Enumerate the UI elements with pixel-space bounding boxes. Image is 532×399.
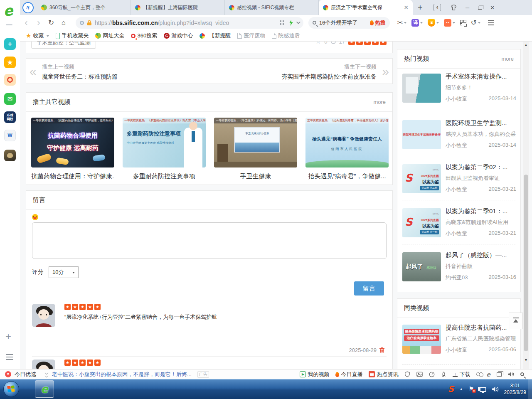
bookmark-game-center[interactable]: G游戏中心 — [164, 32, 193, 39]
snapshot-icon[interactable] — [416, 372, 423, 377]
action-center-flag-icon[interactable]: ✕ — [468, 385, 474, 393]
live-button[interactable]: 今日直播 — [335, 371, 362, 378]
video-thumbnail[interactable]: 一等奖获奖视频：《抗菌药物合理使用：守护健康，远离耐药》程韵凡 抗菌药物合理使用… — [31, 118, 114, 167]
scroll-down-button[interactable] — [523, 357, 529, 363]
add-app-button[interactable]: + — [5, 331, 11, 342]
next-video-link[interactable]: 播主下一视频 夯实围手术期感染防控-术前皮肤准备 — [281, 63, 377, 81]
page-scrollbar[interactable] — [523, 42, 529, 369]
more-link[interactable]: more — [501, 56, 514, 62]
nav-plane-button[interactable] — [22, 2, 34, 13]
video-item[interactable]: 一等奖获奖视频：《抗菌药物合理使用：守护健康，远离耐药》程韵凡 抗菌药物合理使用… — [31, 118, 114, 180]
refresh-button[interactable] — [45, 18, 57, 27]
bookmark-yuangan[interactable]: 院感通后 — [272, 32, 300, 39]
hot-video-item[interactable]: 手术室终末消毒操作... 细节多多！ 小小牧童2025-03-14 — [402, 73, 516, 111]
link-icon[interactable] — [476, 372, 480, 376]
avatar[interactable] — [32, 360, 55, 369]
sound-icon[interactable] — [508, 372, 514, 377]
sidebar-collapse-handle[interactable] — [6, 24, 12, 25]
author[interactable]: 约书亚03 — [446, 274, 468, 281]
sogou-input-icon[interactable]: S — [448, 384, 454, 394]
hot-video-item[interactable]: 起风了 感控版 起风了（感控版）—... 抖音神曲版 约书亚032025-03-… — [402, 251, 516, 290]
app-list-button[interactable] — [6, 354, 13, 355]
video-thumbnail[interactable]: 一等奖获奖视频：《多重耐药防控注意事项》孙久荣（中山大学附属第七医院感染性疾病科… — [123, 118, 206, 167]
favorites-app-icon[interactable]: ★ — [4, 57, 16, 68]
video-thumbnail[interactable]: 医院环境卫生学监测采样操作 — [402, 120, 441, 149]
bookmark-phone-favorites[interactable]: 手机收藏夹 — [56, 32, 89, 39]
search-box[interactable]: 16个外甥开学了 热搜 — [308, 17, 390, 29]
hot-video-item[interactable]: S SIFIC 2025系列直播 以案为鉴 第二季 第一期 以案为鉴第二季01：… — [402, 207, 516, 246]
author[interactable]: 小小牧童 — [446, 346, 467, 354]
network-icon[interactable] — [480, 387, 486, 392]
author[interactable]: 小小牧童 — [446, 95, 467, 103]
wallet-tool[interactable]: ¥ — [428, 19, 439, 27]
apps-grid-icon[interactable] — [460, 20, 466, 25]
video-caption[interactable]: 抬头遇见“病毒君”，争做健... — [305, 172, 389, 180]
video-thumbnail[interactable]: S SIFIC 2025系列直播 以案为鉴 第二季 第二期 — [402, 164, 441, 193]
hot-search-label[interactable]: 热搜 — [375, 19, 386, 27]
video-tag-chip[interactable]: 手术室防控：空气监测 — [31, 42, 96, 49]
featured-label[interactable]: 今日优选 — [15, 371, 36, 378]
back-to-top-button[interactable] — [509, 313, 523, 329]
address-bar[interactable]: https://bbs.sific.com.cn/plugin.php?id=x… — [76, 17, 303, 29]
safety-shield-icon[interactable] — [404, 371, 410, 377]
start-button[interactable] — [3, 381, 19, 397]
show-desktop-button[interactable] — [528, 379, 532, 399]
game-app-icon[interactable] — [4, 150, 16, 161]
volume-icon[interactable] — [492, 386, 499, 392]
download-button[interactable]: 下载 — [453, 371, 470, 378]
more-link[interactable]: more — [373, 99, 386, 105]
submit-comment-button[interactable]: 留言 — [354, 281, 384, 296]
home-button[interactable] — [57, 18, 70, 27]
author[interactable]: 小小牧童 — [446, 142, 467, 149]
video-caption[interactable]: 手卫生健康 — [214, 172, 297, 180]
game-center-tool[interactable]: •• — [444, 19, 455, 27]
expand-chevrons-icon[interactable] — [45, 372, 48, 377]
delete-comment-icon[interactable] — [379, 347, 385, 353]
tab-sific-videos[interactable]: 感控视频 - SIFIC视频专栏 — [225, 0, 319, 15]
video-thumbnail[interactable]: 起风了 感控版 — [402, 252, 441, 281]
weibo-icon[interactable] — [4, 74, 16, 86]
comment-input[interactable] — [32, 222, 387, 259]
ie-mode-icon[interactable]: e — [486, 371, 490, 378]
tab-count-badge[interactable]: 4 — [433, 4, 441, 11]
speedup-icon[interactable] — [429, 372, 435, 377]
back-button[interactable] — [20, 17, 32, 28]
bookmark-sites[interactable]: 网址大全 — [95, 32, 124, 39]
taskbar-browser-button[interactable]: e — [35, 380, 54, 398]
tab-active-laminar-flow[interactable]: 层流之下“手术室空气保 ✕ — [319, 0, 413, 15]
prev-video-link[interactable]: 播主上一视频 魔童降世任务二：标准预防篇 — [42, 63, 118, 81]
mail-icon[interactable]: ✉ — [4, 93, 16, 105]
teal-app-icon[interactable]: + — [4, 38, 16, 50]
multi-window-icon[interactable] — [497, 372, 502, 377]
author[interactable]: 小小牧童 — [446, 230, 467, 237]
news-headline-link[interactable]: 老中医说：小腹突出的根本原因，不是胖，而是它！后悔... — [52, 371, 192, 378]
tray-expand-icon[interactable] — [459, 387, 463, 391]
page-search-icon[interactable] — [520, 372, 524, 376]
translate-tool[interactable]: 译 — [411, 19, 423, 27]
video-thumbnail[interactable]: “手卫”先锋知识小竞赛 一等奖获奖视频：《手卫健康》罗佳沁、蒋羽婷、汤小萍等（遂… — [214, 118, 297, 167]
ssl-warning-lock-icon[interactable] — [87, 20, 92, 26]
speed-lightning-icon[interactable] — [288, 20, 293, 26]
close-button[interactable]: ✕ — [486, 0, 499, 15]
tab-close-icon[interactable]: ✕ — [404, 4, 409, 11]
new-tab-button[interactable]: + — [418, 3, 423, 12]
huanqiu-wangxiao-icon[interactable]: 环球网校 — [4, 111, 16, 123]
maximize-button[interactable] — [474, 0, 486, 15]
bookmark-360-search[interactable]: 360搜索 — [131, 32, 157, 39]
menu-icon[interactable] — [488, 20, 494, 21]
video-caption[interactable]: 抗菌药物合理使用：守护健康... — [31, 172, 114, 180]
avatar[interactable] — [32, 304, 55, 327]
video-caption[interactable]: 多重耐药防控注意事项 — [123, 172, 206, 180]
taskbar-clock[interactable]: 8:01 2025/8/29 — [504, 382, 526, 396]
skin-theme-icon[interactable] — [450, 4, 457, 11]
video-item[interactable]: “手卫”先锋知识小竞赛 一等奖获奖视频：《手卫健康》罗佳沁、蒋羽婷、汤小萍等（遂… — [214, 118, 297, 180]
video-item[interactable]: 一等奖获奖视频：《多重耐药防控注意事项》孙久荣（中山大学附属第七医院感染性疾病科… — [123, 118, 206, 180]
next-arrows-icon[interactable] — [382, 64, 389, 79]
scrollbar-thumb[interactable] — [524, 175, 528, 351]
site-info-icon[interactable] — [80, 21, 84, 25]
url-extensions-icon[interactable] — [280, 20, 284, 25]
url-text[interactable]: https://bbs.sific.com.cn/plugin.php?id=x… — [95, 20, 280, 26]
video-thumbnail[interactable]: 三等奖获奖视频：《抬头遇见病毒君，争做健康责任人》张少莲（信阳市人民医院） 抬头… — [305, 118, 389, 167]
hot-video-item[interactable]: 医院环境卫生学监测采样操作 医院环境卫生学监测... 感控人员基本功，你真的会采… — [402, 119, 516, 158]
video-thumbnail[interactable]: 提高住院患者抗菌药物 治疗前病原学送检率 — [402, 325, 441, 354]
